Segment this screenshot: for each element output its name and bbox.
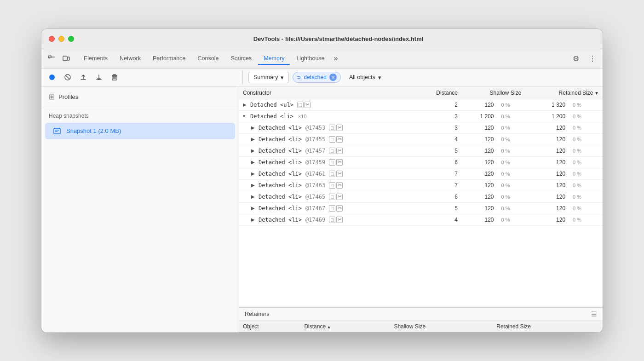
more-options-icon[interactable]: ⋮ <box>586 52 599 65</box>
node-id: @17453 <box>305 125 325 131</box>
node-store-icon[interactable]: □ <box>329 194 335 200</box>
retained-size-value: 120 <box>525 133 569 145</box>
distance-value: 2 <box>414 99 461 110</box>
node-scissors-icon[interactable]: ✂ <box>305 102 311 108</box>
node-scissors-icon[interactable]: ✂ <box>336 136 343 143</box>
col-constructor[interactable]: Constructor <box>239 87 414 99</box>
node-scissors-icon[interactable]: ✂ <box>336 159 343 166</box>
tab-performance[interactable]: Performance <box>147 52 191 64</box>
allobjects-dropdown[interactable]: All objects ▾ <box>345 72 386 83</box>
col-distance[interactable]: Distance <box>414 87 461 99</box>
tab-memory[interactable]: Memory <box>258 52 290 65</box>
expand-arrow[interactable]: ▶ <box>251 125 257 130</box>
right-panel: Constructor Distance Shallow Size Retain… <box>239 87 603 332</box>
maximize-button[interactable] <box>68 36 74 42</box>
expand-arrow[interactable]: ▶ <box>251 171 257 176</box>
node-store-icon[interactable]: □ <box>329 205 335 212</box>
summary-dropdown[interactable]: Summary ▾ <box>248 72 289 83</box>
node-action-icons: □✂ <box>329 194 343 200</box>
node-action-icons: □✂ <box>329 217 343 223</box>
retained-size-value: 120 <box>525 179 569 191</box>
upload-button[interactable] <box>76 70 90 84</box>
sidebar-sliders-icon: ⊞ <box>49 92 55 101</box>
shallow-size-pct: 0 % <box>498 122 525 133</box>
table-row[interactable]: ▶Detached <li> @17465□✂61200 %1200 % <box>239 191 603 202</box>
node-scissors-icon[interactable]: ✂ <box>336 148 343 154</box>
retained-size-pct: 0 % <box>569 133 603 145</box>
collect-garbage-button[interactable] <box>108 70 121 84</box>
tab-elements[interactable]: Elements <box>78 52 113 64</box>
table-row[interactable]: ▾Detached <li>×1031 2000 %1 2000 % <box>239 110 603 122</box>
shallow-size-value: 120 <box>461 122 498 133</box>
more-tabs-button[interactable]: » <box>331 52 341 64</box>
retained-size-value: 120 <box>525 168 569 179</box>
node-scissors-icon[interactable]: ✂ <box>336 205 343 212</box>
node-store-icon[interactable]: □ <box>329 182 335 189</box>
retainers-menu-icon[interactable]: ☰ <box>591 310 597 318</box>
tab-network[interactable]: Network <box>114 52 146 64</box>
tab-console[interactable]: Console <box>192 52 224 64</box>
node-store-icon[interactable]: □ <box>329 159 335 166</box>
expand-arrow[interactable]: ▶ <box>251 183 257 188</box>
tab-sources[interactable]: Sources <box>225 52 257 64</box>
col-shallow-size[interactable]: Shallow Size <box>461 87 525 99</box>
node-store-icon[interactable]: □ <box>329 171 335 177</box>
expand-arrow[interactable]: ▾ <box>243 114 248 119</box>
table-row[interactable]: ▶Detached <li> @17469□✂41200 %1200 % <box>239 214 603 225</box>
minimize-button[interactable] <box>58 36 64 42</box>
shallow-size-value: 120 <box>461 156 498 168</box>
table-row[interactable]: ▶Detached <li> @17459□✂61200 %1200 % <box>239 156 603 168</box>
constructor-label: Detached <li> <box>259 194 302 200</box>
node-id: @17459 <box>305 159 325 166</box>
ret-col-distance[interactable]: Distance <box>300 321 390 332</box>
filter-remove-button[interactable]: ✕ <box>329 74 337 81</box>
record-button[interactable] <box>45 70 59 84</box>
inspect-icon[interactable] <box>45 52 58 65</box>
clear-button[interactable] <box>61 70 75 84</box>
table-row[interactable]: ▶Detached <li> @17453□✂31200 %1200 % <box>239 122 603 133</box>
table-row[interactable]: ▶Detached <li> @17455□✂41200 %1200 % <box>239 133 603 145</box>
shallow-size-value: 120 <box>461 191 498 202</box>
memory-toolbar: Summary ▾ ⊃ detached ✕ All objects ▾ <box>41 69 603 87</box>
retained-size-value: 120 <box>525 145 569 156</box>
tabs-list: Elements Network Performance Console Sou… <box>78 52 569 65</box>
close-button[interactable] <box>49 36 55 42</box>
expand-arrow[interactable]: ▶ <box>251 137 257 142</box>
node-scissors-icon[interactable]: ✂ <box>336 217 343 223</box>
expand-arrow[interactable]: ▶ <box>243 102 248 107</box>
distance-value: 5 <box>414 145 461 156</box>
expand-arrow[interactable]: ▶ <box>251 148 257 153</box>
node-action-icons: □✂ <box>329 182 343 189</box>
col-retained-size[interactable]: Retained Size <box>525 87 603 99</box>
snapshot-item[interactable]: Snapshot 1 (2.0 MB) <box>45 123 235 139</box>
node-id: @17455 <box>305 136 325 143</box>
expand-arrow[interactable]: ▶ <box>251 206 257 211</box>
node-store-icon[interactable]: □ <box>329 125 335 131</box>
table-row[interactable]: ▶Detached <li> @17463□✂71200 %1200 % <box>239 179 603 191</box>
node-store-icon[interactable]: □ <box>329 217 335 223</box>
node-scissors-icon[interactable]: ✂ <box>336 171 343 177</box>
ret-col-shallow[interactable]: Shallow Size <box>390 321 493 332</box>
table-row[interactable]: ▶Detached <li> @17461□✂71200 %1200 % <box>239 168 603 179</box>
node-scissors-icon[interactable]: ✂ <box>336 125 343 131</box>
node-store-icon[interactable]: □ <box>329 148 335 154</box>
settings-icon[interactable]: ⚙ <box>569 52 582 65</box>
table-row[interactable]: ▶Detached <li> @17457□✂51200 %1200 % <box>239 145 603 156</box>
constructor-label: Detached <li> <box>259 125 302 131</box>
heap-table-container[interactable]: Constructor Distance Shallow Size Retain… <box>239 87 603 307</box>
node-store-icon[interactable]: □ <box>297 102 304 108</box>
tab-lighthouse[interactable]: Lighthouse <box>291 52 330 64</box>
expand-arrow[interactable]: ▶ <box>251 217 257 222</box>
node-scissors-icon[interactable]: ✂ <box>336 194 343 200</box>
retained-size-value: 120 <box>525 122 569 133</box>
expand-arrow[interactable]: ▶ <box>251 194 257 199</box>
ret-col-object[interactable]: Object <box>239 321 300 332</box>
ret-col-retained[interactable]: Retained Size <box>493 321 603 332</box>
expand-arrow[interactable]: ▶ <box>251 160 257 165</box>
table-row[interactable]: ▶Detached <ul>□✂21200 %1 3200 % <box>239 99 603 110</box>
download-button[interactable] <box>92 70 106 84</box>
table-row[interactable]: ▶Detached <li> @17467□✂51200 %1200 % <box>239 202 603 214</box>
device-toggle-icon[interactable] <box>60 52 73 65</box>
node-store-icon[interactable]: □ <box>329 136 335 143</box>
node-scissors-icon[interactable]: ✂ <box>336 182 343 189</box>
